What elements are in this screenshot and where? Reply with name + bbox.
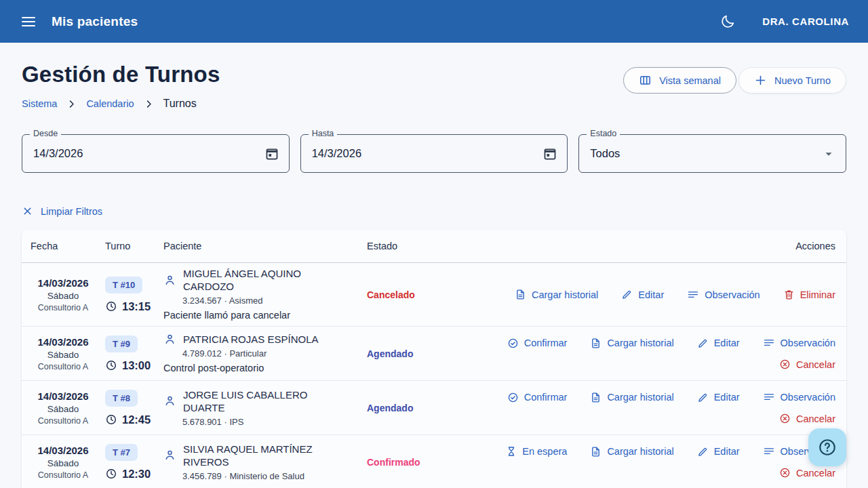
date-from-field[interactable]: Desde 14/3/2026 (22, 134, 290, 173)
user-name[interactable]: DRA. CAROLINA (762, 16, 849, 27)
status-badge: Agendado (367, 348, 413, 359)
breadcrumb-calendario[interactable]: Calendario (86, 98, 134, 109)
table-row: 14/03/2026SábadoConsultorio AT #712:30SI… (22, 435, 846, 488)
cell-paciente: JORGE LUIS CABALLERO DUARTE5.678.901 · I… (163, 388, 367, 428)
table-row: 14/03/2026SábadoConsultorio AT #812:45JO… (22, 381, 846, 435)
actions-line-1: En esperaCargar historialEditarObservaci… (506, 445, 835, 458)
action-label: En espera (522, 446, 567, 457)
appointment-date: 14/03/2026 (31, 445, 96, 456)
action-label: Editar (714, 392, 740, 403)
observacion-action[interactable]: Observación (763, 391, 835, 403)
cell-acciones: ConfirmarCargar historialEditarObservaci… (502, 337, 835, 370)
cancelar-action[interactable]: Cancelar (779, 467, 835, 479)
editar-action[interactable]: Editar (621, 289, 664, 300)
person-icon (163, 333, 176, 346)
confirmar-action[interactable]: Confirmar (507, 338, 568, 349)
cell-fecha: 14/03/2026SábadoConsultorio A (31, 390, 105, 426)
action-label: Cancelar (796, 468, 835, 479)
check-circle-icon (507, 338, 519, 349)
actions-line-1: ConfirmarCargar historialEditarObservaci… (507, 391, 835, 403)
appointment-day: Sábado (31, 350, 96, 360)
editar-action[interactable]: Editar (697, 392, 740, 403)
calendar-icon[interactable] (542, 146, 557, 161)
appointments-table: Fecha Turno Paciente Estado Acciones 14/… (22, 230, 846, 488)
x-circle-icon (779, 413, 791, 424)
new-turn-button[interactable]: Nuevo Turno (738, 67, 846, 94)
patient-name: SILVIA RAQUEL MARTÍNEZ RIVEROS (183, 443, 346, 468)
patient-meta: 3.234.567 · Asismed (182, 295, 356, 306)
table-body: 14/03/2026SábadoConsultorio AT #1013:15M… (22, 263, 846, 488)
col-header-estado: Estado (367, 241, 502, 251)
status-select[interactable]: Estado Todos (578, 134, 846, 173)
editar-action[interactable]: Editar (697, 338, 740, 349)
header-actions: Vista semanal Nuevo Turno (623, 67, 846, 94)
status-label: Estado (587, 129, 620, 138)
appointment-time: 12:30 (105, 468, 163, 481)
appointment-day: Sábado (31, 404, 96, 414)
cargar-historial-action[interactable]: Cargar historial (515, 289, 598, 300)
help-button[interactable] (808, 428, 846, 466)
confirmar-action[interactable]: Confirmar (507, 392, 568, 403)
actions-line-2: Cancelar (779, 413, 835, 424)
action-label: Cargar historial (607, 446, 673, 457)
week-view-button[interactable]: Vista semanal (623, 67, 736, 94)
action-label: Cargar historial (607, 338, 673, 348)
date-to-field[interactable]: Hasta 14/3/2026 (300, 134, 568, 173)
notes-icon (687, 289, 699, 301)
patient-name: PATRICIA ROJAS ESPÍNOLA (183, 333, 319, 346)
date-from-label: Desde (30, 129, 61, 138)
turn-badge: T #9 (105, 336, 138, 352)
chevron-down-icon (821, 146, 836, 161)
action-label: Observación (705, 289, 760, 300)
pencil-icon (697, 338, 709, 349)
appointment-room: Consultorio A (31, 470, 96, 480)
clear-filters-button[interactable]: Limpiar Filtros (22, 205, 102, 217)
editar-action[interactable]: Editar (697, 446, 740, 458)
action-label: Cargar historial (607, 392, 673, 403)
appointment-time: 12:45 (105, 413, 163, 426)
date-to-label: Hasta (309, 129, 338, 138)
eliminar-action[interactable]: Eliminar (783, 289, 835, 300)
cell-estado: Confirmado (367, 456, 502, 468)
cargar-historial-action[interactable]: Cargar historial (590, 392, 673, 403)
patient-row: JORGE LUIS CABALLERO DUARTE (163, 388, 356, 414)
observacion-action[interactable]: Observación (687, 289, 760, 301)
calendar-icon[interactable] (264, 146, 279, 161)
en-espera-action[interactable]: En espera (506, 446, 567, 457)
table-row: 14/03/2026SábadoConsultorio AT #913:00PA… (22, 327, 846, 381)
observacion-action[interactable]: Observación (763, 337, 835, 349)
person-icon (163, 449, 176, 462)
action-label: Editar (714, 446, 740, 457)
document-icon (590, 446, 601, 458)
status-badge: Agendado (367, 403, 413, 413)
date-from-value: 14/3/2026 (33, 147, 264, 160)
patient-name: MIGUEL ÁNGEL AQUINO CARDOZO (183, 267, 346, 293)
cargar-historial-action[interactable]: Cargar historial (590, 338, 673, 349)
check-circle-icon (507, 392, 519, 403)
cell-paciente: SILVIA RAQUEL MARTÍNEZ RIVEROS3.456.789 … (163, 443, 367, 482)
dark-mode-moon-icon[interactable] (717, 12, 738, 32)
patient-row: SILVIA RAQUEL MARTÍNEZ RIVEROS (163, 443, 356, 468)
page-header: Gestión de Turnos Sistema Calendario Tur… (22, 62, 846, 110)
notes-icon (763, 337, 775, 349)
breadcrumb-sistema[interactable]: Sistema (22, 98, 57, 109)
appointment-time: 13:15 (105, 300, 163, 313)
patient-name: JORGE LUIS CABALLERO DUARTE (183, 388, 346, 414)
x-circle-icon (779, 359, 791, 370)
cargar-historial-action[interactable]: Cargar historial (590, 446, 673, 458)
action-label: Cargar historial (532, 289, 598, 300)
status-value: Todos (590, 147, 821, 160)
actions-line-1: Cargar historialEditarObservaciónElimina… (515, 289, 835, 301)
clock-icon (105, 359, 117, 371)
cancelar-action[interactable]: Cancelar (779, 359, 835, 370)
close-icon (22, 205, 33, 217)
time-value: 13:00 (122, 359, 151, 372)
appointment-date: 14/03/2026 (31, 336, 96, 348)
appointment-date: 14/03/2026 (31, 277, 96, 289)
document-icon (590, 392, 601, 403)
clock-icon (105, 413, 117, 426)
cancelar-action[interactable]: Cancelar (779, 413, 835, 424)
page-title: Gestión de Turnos (22, 62, 220, 87)
cell-turno: T #812:45 (105, 390, 163, 426)
hamburger-menu-icon[interactable] (19, 12, 38, 31)
